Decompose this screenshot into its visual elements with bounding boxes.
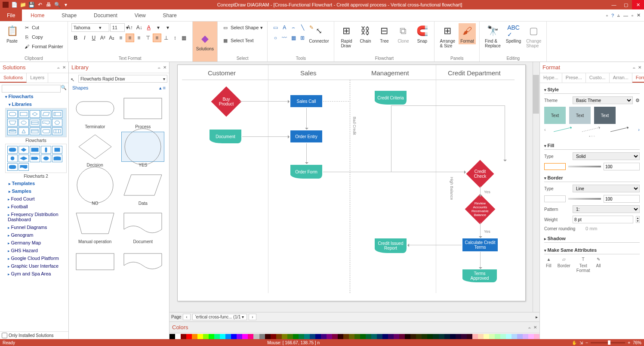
tab-layers[interactable]: Layers	[27, 73, 48, 83]
solution-item[interactable]: Food Court	[2, 195, 67, 203]
color-swatch[interactable]	[310, 334, 315, 339]
font-family-select[interactable]: Tahoma▾	[71, 23, 109, 32]
fill-type-select[interactable]: Solid	[573, 152, 640, 160]
tab-view[interactable]: View	[126, 9, 154, 21]
solution-item[interactable]: GHS Hazard	[2, 247, 67, 254]
color-swatch[interactable]	[472, 334, 478, 339]
color-swatch[interactable]	[478, 334, 484, 339]
border-header[interactable]: Border	[544, 174, 640, 182]
minimize-button[interactable]: —	[608, 0, 620, 9]
up-icon[interactable]: ▴	[159, 85, 162, 90]
color-swatch[interactable]	[506, 334, 512, 339]
close-panel-icon[interactable]: ✕	[62, 65, 66, 70]
close-panel-icon[interactable]: ✕	[163, 65, 166, 70]
color-swatch[interactable]	[197, 334, 203, 339]
same-attr-header[interactable]: Make Same Attributes	[544, 246, 640, 254]
color-swatch[interactable]	[495, 334, 500, 339]
arrow-style-1[interactable]	[553, 127, 574, 133]
close-button[interactable]: ✕	[632, 0, 644, 9]
text-tool-icon[interactable]: A	[280, 23, 289, 32]
color-swatch[interactable]	[410, 334, 416, 339]
undo-icon[interactable]: ↶	[37, 2, 43, 8]
color-swatch[interactable]	[186, 334, 192, 339]
color-swatch[interactable]	[528, 334, 534, 339]
solutions-button[interactable]: ◆ Solutions	[193, 22, 217, 62]
font-inc-icon[interactable]: A↑	[126, 23, 134, 32]
page-tab-prev[interactable]: ‹	[183, 314, 190, 320]
color-swatch[interactable]	[512, 334, 517, 339]
border-color-swatch[interactable]	[544, 195, 566, 202]
underline-button[interactable]: U	[89, 34, 98, 42]
subscript-button[interactable]: A₂	[108, 34, 116, 42]
select-text-button[interactable]: ▦Select Text	[221, 36, 264, 45]
color-swatch[interactable]	[293, 334, 299, 339]
rect-tool-icon[interactable]: ▭	[271, 23, 280, 32]
solution-item[interactable]: Genogram	[2, 231, 67, 239]
shape-data[interactable]: Data	[120, 170, 166, 206]
collapse-ribbon-icon[interactable]: ▵	[617, 12, 620, 18]
color-swatch[interactable]	[265, 334, 271, 339]
theme-box-3[interactable]: Text	[594, 107, 616, 124]
page-tab-next[interactable]: ›	[249, 314, 256, 320]
color-swatch[interactable]	[439, 334, 444, 339]
node-review-balance[interactable]: Review Accounts Receivable Balance	[465, 194, 496, 225]
align-center-button[interactable]: ≡	[126, 34, 134, 42]
bullets-button[interactable]: ▦	[180, 34, 188, 42]
node-credit-report[interactable]: Credit Issued Report	[375, 238, 407, 253]
color-swatch[interactable]	[287, 334, 293, 339]
align-left-button[interactable]: ≡	[117, 34, 125, 42]
maximize-button[interactable]: ▢	[620, 0, 632, 9]
weight-input[interactable]	[573, 216, 633, 223]
zoom-slider[interactable]	[591, 342, 625, 343]
theme-box-2[interactable]: Text	[569, 107, 591, 124]
color-swatch[interactable]	[242, 334, 248, 339]
tree-libraries[interactable]: Libraries	[5, 100, 67, 108]
shape-yes[interactable]: YES	[120, 132, 166, 167]
color-swatch[interactable]	[416, 334, 422, 339]
tab-document[interactable]: Document	[85, 9, 126, 21]
border-opacity-input[interactable]	[604, 195, 640, 203]
color-swatch[interactable]	[338, 334, 343, 339]
color-swatch[interactable]	[315, 334, 321, 339]
shape-grid-1[interactable]	[5, 108, 67, 137]
solution-item[interactable]: Funnel Diagrams	[2, 223, 67, 231]
chain-button[interactable]: ⛓Chain	[357, 23, 374, 44]
copy-button[interactable]: ⎘Copy	[22, 33, 64, 41]
solution-item[interactable]: Football	[2, 203, 67, 210]
color-swatch[interactable]	[366, 334, 371, 339]
tab-hype[interactable]: Hype...	[540, 73, 562, 83]
vscroll-thumb[interactable]	[533, 75, 539, 114]
color-swatch[interactable]	[433, 334, 438, 339]
same-border-button[interactable]: ▱Border	[558, 257, 570, 273]
print-icon[interactable]: 🖶	[46, 2, 52, 8]
only-installed-check[interactable]: Only Installed Solutions	[0, 331, 68, 339]
tab-custo[interactable]: Custo...	[586, 73, 610, 83]
snap-button[interactable]: 🧲Snap	[413, 23, 431, 44]
color-swatch[interactable]	[253, 334, 259, 339]
weight-down[interactable]: ▼	[636, 219, 639, 222]
solution-item[interactable]: Gym and Spa Area	[2, 270, 67, 278]
color-swatch[interactable]	[517, 334, 523, 339]
bold-button[interactable]: B	[71, 34, 80, 42]
tree-button[interactable]: ⊟Tree	[376, 23, 393, 44]
shape-decision[interactable]: Decision	[72, 132, 118, 167]
fill-color-icon[interactable]: ▾	[163, 23, 172, 32]
color-swatch[interactable]	[220, 334, 225, 339]
close-panel-icon[interactable]: ✕	[638, 65, 641, 70]
help-icon[interactable]: ?	[611, 13, 614, 18]
node-document[interactable]: Document	[210, 130, 241, 143]
weight-up[interactable]: ▲	[636, 216, 639, 219]
color-swatch[interactable]	[523, 334, 528, 339]
canvas-page[interactable]: Customer Sales Management Credit Departm…	[177, 65, 526, 301]
page-add-icon[interactable]: ▸	[536, 315, 538, 319]
minimize2-icon[interactable]: —	[623, 13, 628, 18]
valign-bot-button[interactable]: ⊥	[162, 34, 170, 42]
tree-flowcharts[interactable]: Flowcharts	[2, 93, 67, 100]
save-icon[interactable]: 💾	[28, 2, 34, 8]
tree-templates[interactable]: Templates	[5, 179, 67, 187]
close2-icon[interactable]: ✕	[637, 12, 641, 18]
highlight-icon[interactable]: ▾	[154, 23, 163, 32]
node-sales-call[interactable]: Sales Call	[290, 95, 322, 107]
pattern-select[interactable]: 1:	[573, 205, 640, 213]
tab-solutions[interactable]: Solutions	[0, 73, 27, 83]
